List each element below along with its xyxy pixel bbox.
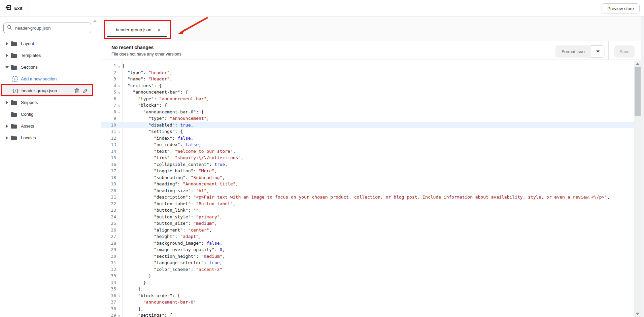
close-tab-icon[interactable]: × xyxy=(156,27,162,33)
code-line[interactable]: 15 "link": "shopify:\/\/collections", xyxy=(101,154,634,161)
code-line[interactable]: 37 "announcement-bar-0" xyxy=(101,299,634,306)
line-number[interactable]: 23 xyxy=(101,208,116,213)
code-line[interactable]: 38 ], xyxy=(101,306,634,312)
code-line[interactable]: 26 "alignment": "center", xyxy=(101,227,634,234)
search-input[interactable] xyxy=(15,26,88,31)
format-json-button[interactable]: Format json xyxy=(555,45,591,58)
sidebar-item-assets[interactable]: Assets xyxy=(2,120,92,132)
line-number[interactable]: 20 xyxy=(101,188,116,193)
code-line[interactable]: 29 "image_overlay_opacity": 0, xyxy=(101,246,634,253)
code-line[interactable]: 17 "toggle_button": "More", xyxy=(101,168,634,174)
line-number[interactable]: 7 xyxy=(101,103,116,108)
code-line[interactable]: 35 }, xyxy=(101,286,634,292)
sidebar-item-templates[interactable]: Templates xyxy=(2,49,92,61)
line-number[interactable]: 10 xyxy=(101,122,116,128)
line-number[interactable]: 13 xyxy=(101,142,116,147)
code-line[interactable]: 22 "button_label": "Button label", xyxy=(101,201,634,207)
sidebar-item-sections[interactable]: Sections xyxy=(2,61,92,73)
code-line[interactable]: 30 "section_height": "medium", xyxy=(101,253,634,260)
code-line[interactable]: 16 "collapsible_content": true, xyxy=(101,161,634,168)
code-line[interactable]: 6 "type": "announcement-bar", xyxy=(101,96,634,102)
code-line[interactable]: 28 "background_image": false, xyxy=(101,240,634,247)
code-line[interactable]: 23 "button_link": "", xyxy=(101,207,634,214)
code-line[interactable]: 27 "height": "adapt", xyxy=(101,233,634,240)
line-number[interactable]: 19 xyxy=(101,181,116,186)
code-editor[interactable]: 1v{2 "type": "header",3 "name": "Header"… xyxy=(101,60,634,317)
code-line[interactable]: 20 "heading_size": "h1", xyxy=(101,187,634,194)
sidebar-item-config[interactable]: Config xyxy=(2,108,92,120)
line-number[interactable]: 6 xyxy=(101,96,116,101)
code-line[interactable]: 4v "sections": { xyxy=(101,82,634,89)
sidebar-item-header-group-json[interactable]: {/} header-group.json xyxy=(2,85,92,97)
editor-scrollbar[interactable] xyxy=(634,61,641,317)
delete-file-icon[interactable] xyxy=(74,88,79,94)
line-number[interactable]: 21 xyxy=(101,195,116,200)
line-number[interactable]: 16 xyxy=(101,162,116,167)
line-number[interactable]: 25 xyxy=(101,221,116,226)
code-line[interactable]: 33 } xyxy=(101,273,634,279)
code-line[interactable]: 25 "button_size": "medium", xyxy=(101,220,634,227)
code-line[interactable]: 36v "block_order": [ xyxy=(101,292,634,299)
page-scrollbar[interactable] xyxy=(641,16,644,317)
code-line[interactable]: 10 "disabled": true, xyxy=(101,122,634,129)
code-line[interactable]: 32 "color_scheme": "accent-2" xyxy=(101,266,634,273)
chevron-right-icon[interactable] xyxy=(5,54,9,57)
line-number[interactable]: 35 xyxy=(101,286,116,291)
line-number[interactable]: 34 xyxy=(101,280,116,285)
line-number[interactable]: 39 xyxy=(101,313,116,317)
fold-toggle-icon[interactable]: v xyxy=(116,111,122,114)
line-number[interactable]: 17 xyxy=(101,168,116,173)
line-number[interactable]: 28 xyxy=(101,241,116,246)
line-number[interactable]: 38 xyxy=(101,306,116,311)
scroll-down-icon[interactable] xyxy=(636,313,640,315)
code-line[interactable]: 11v "settings": { xyxy=(101,128,634,135)
chevron-down-icon[interactable] xyxy=(5,66,9,68)
fold-toggle-icon[interactable]: v xyxy=(116,314,122,317)
line-number[interactable]: 12 xyxy=(101,136,116,141)
line-number[interactable]: 11 xyxy=(101,129,116,134)
line-number[interactable]: 2 xyxy=(101,70,116,75)
save-button[interactable]: Save xyxy=(614,45,635,58)
code-line[interactable]: 21 "description": "<p>Pair text with an … xyxy=(101,194,634,201)
sidebar-item-snippets[interactable]: Snippets xyxy=(2,97,92,108)
sidebar-item-locales[interactable]: Locales xyxy=(2,132,92,144)
line-number[interactable]: 29 xyxy=(101,247,116,252)
sidebar-scroll-up-icon[interactable] xyxy=(93,20,97,22)
code-line[interactable]: 19 "heading": "Announcement title", xyxy=(101,181,634,187)
code-line[interactable]: 39v "settings": { xyxy=(101,312,634,317)
line-number[interactable]: 26 xyxy=(101,227,116,233)
code-line[interactable]: 2 "type": "header", xyxy=(101,69,634,76)
fold-toggle-icon[interactable]: v xyxy=(116,65,122,68)
line-number[interactable]: 22 xyxy=(101,201,116,206)
code-line[interactable]: 7v "blocks": { xyxy=(101,102,634,109)
fold-toggle-icon[interactable]: v xyxy=(116,91,122,95)
code-line[interactable]: 18 "subheading": "Subheading", xyxy=(101,174,634,181)
line-number[interactable]: 5 xyxy=(101,90,116,95)
line-number[interactable]: 9 xyxy=(101,116,116,121)
code-line[interactable]: 34 } xyxy=(101,279,634,286)
chevron-right-icon[interactable] xyxy=(5,125,9,128)
line-number[interactable]: 37 xyxy=(101,300,116,305)
code-line[interactable]: 5v "announcement-bar": { xyxy=(101,89,634,96)
scroll-up-icon[interactable] xyxy=(636,63,640,65)
code-line[interactable]: 31 "language_selector": true, xyxy=(101,259,634,266)
line-number[interactable]: 30 xyxy=(101,254,116,259)
fold-toggle-icon[interactable]: v xyxy=(116,294,122,298)
tab-header-group-json[interactable]: header-group.json × xyxy=(107,22,167,37)
line-number[interactable]: 24 xyxy=(101,214,116,219)
scrollbar-thumb[interactable] xyxy=(635,67,641,116)
line-number[interactable]: 18 xyxy=(101,175,116,180)
preview-store-button[interactable]: Preview store xyxy=(602,3,640,13)
line-number[interactable]: 36 xyxy=(101,293,116,298)
fold-toggle-icon[interactable]: v xyxy=(116,104,122,108)
line-number[interactable]: 33 xyxy=(101,273,116,278)
fold-toggle-icon[interactable]: v xyxy=(116,131,122,134)
line-number[interactable]: 3 xyxy=(101,76,116,81)
chevron-right-icon[interactable] xyxy=(5,136,9,140)
add-new-section-link[interactable]: + Add a new section xyxy=(2,73,92,85)
line-number[interactable]: 27 xyxy=(101,234,116,239)
line-number[interactable]: 15 xyxy=(101,155,116,160)
exit-button[interactable]: Exit xyxy=(0,0,28,16)
code-line[interactable]: 12 "index": false, xyxy=(101,135,634,142)
rename-file-icon[interactable] xyxy=(83,88,88,94)
